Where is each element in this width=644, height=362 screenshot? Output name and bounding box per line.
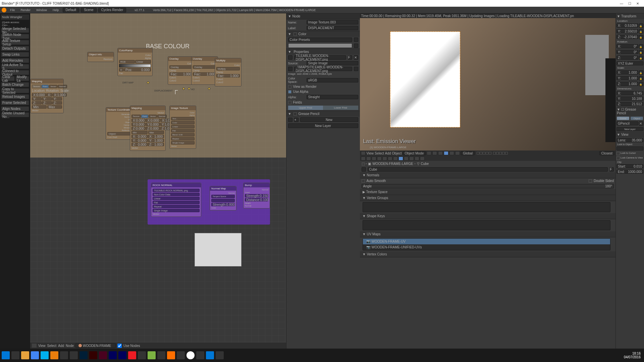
mesh-name-input[interactable]: Cube [368, 167, 608, 172]
gp-new-layer-button[interactable]: New Layer [616, 127, 643, 131]
start-button[interactable] [2, 351, 10, 359]
illustrator-icon[interactable] [89, 351, 97, 359]
lock-ry[interactable] [639, 50, 643, 54]
manipulator-translate[interactable] [444, 151, 448, 155]
node-editor[interactable]: BASE COLOUR Mapping Texture Point Vector… [30, 13, 286, 349]
app-icon[interactable] [60, 351, 68, 359]
app-icon[interactable] [216, 351, 224, 359]
gp-scene-button[interactable]: Scene [616, 116, 630, 120]
nw-batch-button[interactable]: Batch Change [1, 82, 29, 87]
shading-button[interactable] [427, 151, 431, 155]
loc-x-input[interactable]: X:0.51059 [616, 23, 638, 27]
render-menu[interactable]: Render [19, 8, 33, 12]
doublesided-checkbox[interactable] [589, 179, 592, 183]
vh-view-menu[interactable]: View [367, 152, 374, 155]
manipulator-rotate[interactable] [449, 151, 454, 155]
app-icon[interactable] [138, 351, 146, 359]
colorramp-node[interactable]: ColorRamp Color Alpha RGBLinear 0Pos:0.0… [117, 48, 153, 76]
search-icon[interactable] [11, 351, 19, 359]
file-menu[interactable]: File [8, 8, 17, 12]
angle-slider[interactable]: Angle180° [362, 184, 614, 188]
nw-addtex-button[interactable]: Add Texture Setup [1, 40, 29, 45]
physics-tab-icon[interactable] [420, 157, 425, 161]
mesh-browse-button[interactable] [362, 167, 366, 172]
vh-select-menu[interactable]: Select [375, 152, 384, 155]
uv-map-item[interactable]: 📷WOODEN-FRAME-UNIFIED-UVs [363, 244, 610, 250]
mesh-fake-user[interactable]: F [609, 167, 614, 172]
gp-object-button[interactable]: Object [630, 116, 643, 120]
unlink-button[interactable]: ✕ [354, 55, 358, 60]
nw-clearlab-button[interactable]: Clear Lab [1, 76, 15, 81]
clip-end-input[interactable]: End:1000.000 [616, 170, 643, 174]
uvmaps-section[interactable]: ▼UV Maps [360, 231, 616, 237]
texspace-section[interactable]: ▶Texture Space [360, 189, 616, 195]
vh-add-menu[interactable]: Add [385, 152, 391, 155]
tab-vector[interactable]: Vector [49, 85, 57, 88]
scene-selector[interactable]: Scene [81, 8, 96, 12]
app-icon[interactable] [186, 351, 195, 359]
app-icon[interactable] [167, 351, 175, 359]
nw-frame-button[interactable]: Frame Selected [1, 100, 29, 105]
nw-merge-button[interactable]: Merge Selected No... [1, 28, 29, 33]
constraints-tab-icon[interactable] [388, 157, 392, 161]
windows-taskbar[interactable]: 18:16 04/07/2016 [0, 349, 644, 362]
reroute-ao[interactable] [208, 87, 210, 90]
color-copy-button[interactable] [354, 44, 358, 48]
clip-start-input[interactable]: Start:0.010 [616, 164, 643, 168]
texture-coordinate-node[interactable]: Texture Coordinate Generated Normal UV O… [106, 107, 132, 140]
nw-linkactive-button[interactable]: Link Active To S... [1, 64, 29, 69]
lock-x[interactable] [639, 23, 643, 28]
tab-normal[interactable]: Normal [58, 85, 67, 88]
nw-delete-button[interactable]: Delete Unused No... [1, 112, 29, 117]
gp-add-button[interactable]: + [294, 118, 299, 122]
vgroups-section[interactable]: ▼Vertex Groups [360, 195, 616, 201]
preset-add-button[interactable] [354, 38, 358, 42]
shapekeys-list[interactable] [363, 220, 611, 230]
upper-first-button[interactable]: Upper First [288, 106, 323, 110]
pdf-icon[interactable] [128, 351, 136, 359]
lock-z[interactable] [639, 35, 643, 39]
autosmooth-checkbox[interactable] [362, 179, 365, 183]
multiply-node[interactable]: Multiply Color Multiply Clamp Fac:1.000 … [215, 58, 241, 86]
gp-browse-button[interactable] [288, 118, 292, 122]
nw-align-button[interactable]: Align Nodes [1, 106, 29, 111]
image-browse-button[interactable] [288, 55, 292, 60]
audition-icon[interactable] [118, 351, 126, 359]
mapping-node-left[interactable]: Mapping Texture Point Vector Normal Loca… [30, 79, 64, 113]
ne-add-menu[interactable]: Add [58, 344, 64, 348]
filepath-input[interactable]: ..\\MAPS\TILEABLE-WOODEN-DISPLACEMENT.pn… [294, 67, 352, 71]
app-icon[interactable] [196, 351, 204, 359]
frame-normal[interactable]: ROCK NORMAL TILEABLE-ROCK-NORMAL.png Non… [148, 179, 270, 225]
node-color-swatch[interactable] [288, 43, 352, 48]
shapekeys-section[interactable]: ▼Shape Keys [360, 213, 616, 219]
view-render-checkbox[interactable] [288, 85, 291, 88]
object-tab-icon[interactable] [382, 157, 387, 161]
scale-x-input[interactable]: X:1.000 [616, 70, 638, 74]
app-icon[interactable] [206, 351, 214, 359]
loc-y-input[interactable]: Y:2.55010 [616, 29, 638, 33]
tab-texture[interactable]: Texture [32, 85, 41, 88]
lock-y[interactable] [639, 29, 643, 34]
app-icon[interactable] [177, 351, 185, 359]
nw-connect-button[interactable]: Connect to Output [1, 70, 29, 75]
image-texture-node[interactable]: Image Texture Color Alpha Text... Color … [169, 106, 196, 149]
reroute-displacement-2[interactable] [188, 87, 190, 90]
lens-input[interactable]: Lens:35.000 [616, 138, 643, 142]
rot-y-input[interactable]: Y:0° [616, 50, 638, 54]
fake-user-button[interactable]: F [348, 55, 352, 60]
aftereffects-icon[interactable] [109, 351, 117, 359]
modifiers-tab-icon[interactable] [393, 157, 398, 161]
rot-x-input[interactable]: X:0° [616, 44, 638, 48]
material-tab-icon[interactable] [404, 157, 409, 161]
camera-icon[interactable]: 📷 [366, 245, 370, 249]
rotation-mode-select[interactable]: XYZ Euler [616, 61, 643, 65]
reload-button[interactable] [354, 67, 358, 71]
lock-cursor-checkbox[interactable] [616, 152, 620, 155]
3d-viewport[interactable]: Last: Emission Viewer (1) WOODEN-FRAME-L… [360, 18, 616, 150]
ne-node-menu[interactable]: Node [66, 344, 74, 348]
help-menu[interactable]: Help [51, 8, 61, 12]
gp-new-button[interactable]: New [300, 117, 358, 122]
nw-modifyla-button[interactable]: Modify La [15, 76, 29, 81]
reroute-dirtmap[interactable] [147, 81, 149, 84]
reroute-displacement[interactable] [182, 87, 185, 90]
